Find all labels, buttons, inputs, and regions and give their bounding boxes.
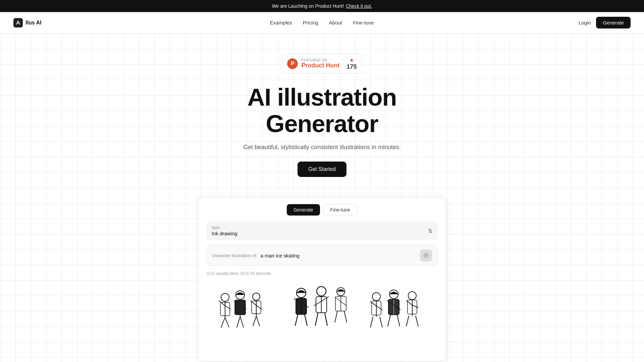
illustration-area: [198, 284, 446, 361]
svg-line-13: [237, 316, 240, 327]
svg-line-57: [397, 315, 400, 326]
style-select[interactable]: Style Ink drawing ⇅: [206, 222, 438, 240]
prompt-text[interactable]: a man ice skating: [260, 253, 417, 258]
ph-name: Product Hunt: [301, 62, 339, 69]
ph-text-block: FEATURED ON Product Hunt: [301, 58, 339, 69]
svg-point-30: [317, 287, 326, 296]
svg-line-14: [240, 316, 244, 327]
svg-line-36: [325, 313, 327, 326]
svg-line-42: [335, 311, 337, 322]
nav-about[interactable]: About: [329, 20, 342, 25]
preview-tabs: Generate Fine-tune: [206, 204, 438, 216]
svg-point-16: [253, 293, 260, 300]
product-hunt-badge[interactable]: P FEATURED ON Product Hunt ▲ 175: [282, 54, 362, 73]
logo-text: Ilus AI: [25, 20, 41, 26]
app-preview-card: Generate Fine-tune Style Ink drawing ⇅ c…: [198, 197, 446, 361]
ph-upvote-arrow: ▲: [349, 57, 355, 63]
banner-text: We are Lauching on Product Hunt!: [272, 3, 344, 9]
ph-divider: [343, 57, 343, 70]
svg-line-21: [256, 316, 260, 326]
illustration-group-3: [367, 287, 434, 354]
svg-rect-15: [235, 300, 246, 315]
prompt-submit-button[interactable]: [420, 249, 432, 261]
top-banner: We are Lauching on Product Hunt! Check i…: [0, 0, 644, 12]
nav-logo[interactable]: Ilus AI: [13, 18, 41, 27]
login-button[interactable]: Login: [579, 20, 591, 25]
svg-line-33: [314, 301, 321, 306]
get-started-button[interactable]: Get Started: [298, 162, 346, 177]
style-value: Ink drawing: [212, 231, 237, 236]
nav-links: Examples Pricing About Fine-tune: [270, 20, 374, 25]
svg-line-63: [416, 316, 418, 326]
logo-icon: [13, 18, 23, 27]
ph-vote-count: 175: [346, 63, 357, 70]
illustration-group-1: [210, 287, 277, 354]
banner-link[interactable]: Check it out.: [346, 3, 372, 9]
nav-finetune[interactable]: Fine-tune: [353, 20, 374, 25]
hero-title: AI illustration Generator: [247, 84, 396, 137]
ph-icon: P: [287, 58, 298, 69]
tab-generate-button[interactable]: Generate: [287, 204, 320, 216]
svg-line-61: [412, 305, 418, 308]
svg-line-34: [321, 297, 329, 301]
svg-line-56: [388, 315, 390, 326]
prompt-row: character illustration of: a man ice ska…: [206, 245, 438, 266]
nav-pricing[interactable]: Pricing: [303, 20, 318, 25]
svg-point-58: [408, 292, 416, 300]
preview-header: Generate Fine-tune Style Ink drawing ⇅ c…: [198, 197, 446, 284]
svg-line-60: [406, 300, 412, 305]
svg-line-7: [225, 317, 229, 327]
time-hint: 0.2s usually takes 10 to 60 seconds.: [206, 270, 438, 279]
svg-line-46: [370, 301, 376, 306]
style-select-text: Style Ink drawing: [212, 226, 237, 236]
illustration-group-2: [288, 284, 356, 354]
nav-examples[interactable]: Examples: [270, 20, 292, 25]
svg-line-43: [344, 311, 347, 322]
svg-point-44: [372, 293, 380, 301]
generate-button[interactable]: Generate: [596, 17, 631, 28]
svg-line-62: [406, 316, 409, 326]
navbar: Ilus AI Examples Pricing About Fine-tune…: [0, 12, 644, 34]
prompt-prefix: character illustration of:: [212, 253, 257, 258]
ph-featured-label: FEATURED ON: [301, 58, 339, 62]
svg-line-47: [376, 306, 382, 310]
style-arrows-icon: ⇅: [428, 228, 432, 234]
hero-subtitle: Get beautiful, stylistically consistent …: [243, 144, 401, 151]
svg-line-6: [221, 317, 225, 327]
svg-line-20: [253, 316, 256, 326]
style-label: Style: [212, 226, 237, 230]
svg-line-29: [305, 314, 307, 326]
tab-finetune-button[interactable]: Fine-tune: [323, 204, 357, 216]
svg-point-2: [221, 293, 229, 301]
svg-line-49: [380, 317, 382, 327]
nav-right: Login Generate: [579, 17, 631, 28]
svg-line-35: [315, 313, 318, 326]
ph-votes: ▲ 175: [346, 57, 357, 70]
svg-line-28: [295, 314, 298, 326]
main-content: P FEATURED ON Product Hunt ▲ 175 AI illu…: [0, 34, 644, 362]
svg-line-48: [370, 317, 373, 327]
svg-point-1: [425, 255, 427, 256]
